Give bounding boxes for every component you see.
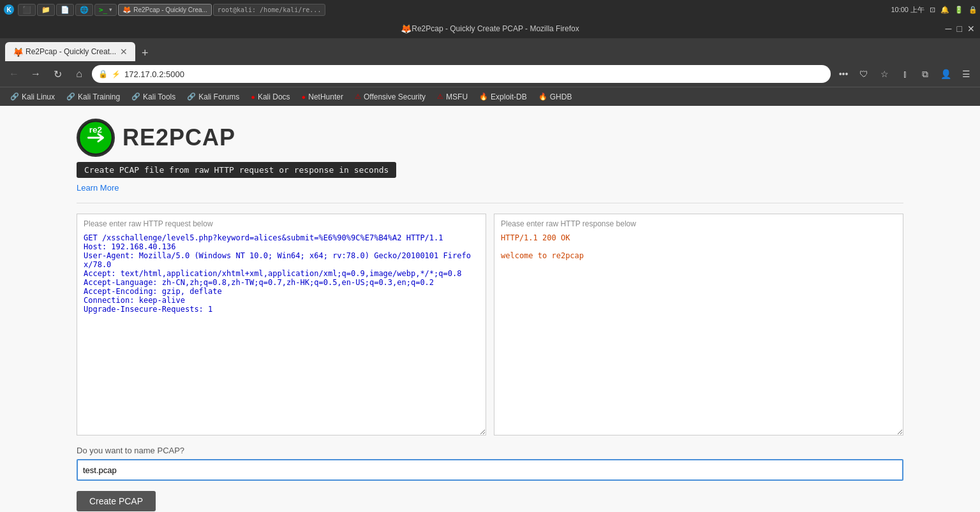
divider: [77, 203, 903, 203]
svg-text:re2: re2: [89, 125, 102, 135]
bookmark-star-button[interactable]: ☆: [875, 65, 893, 83]
profile-button[interactable]: 👤: [937, 65, 954, 83]
nav-bar: ← → ↻ ⌂ 🔒 ⚡ ••• 🛡 ☆ ⫿ ⧉ 👤 ☰: [0, 61, 980, 87]
request-textarea[interactable]: GET /xsschallenge/level5.php?keyword=ali…: [77, 231, 486, 435]
response-box: Please enter raw HTTP response below HTT…: [494, 214, 903, 435]
more-options-button[interactable]: •••: [835, 65, 852, 83]
kali-tools-favicon: 🔗: [131, 92, 140, 101]
library-button[interactable]: ⫿: [896, 65, 914, 83]
nav-bar-right: ••• 🛡 ☆ ⫿ ⧉ 👤 ☰: [835, 65, 975, 83]
new-tab-button[interactable]: +: [137, 47, 154, 60]
bookmarks-bar: 🔗 Kali Linux 🔗 Kali Training 🔗 Kali Tool…: [0, 87, 980, 106]
bookmark-nethunter-label: NetHunter: [308, 92, 343, 101]
taskbar-network-icon[interactable]: 🌐: [75, 4, 93, 16]
tab-label: Re2Pcap - Quickly Creat...: [26, 47, 116, 56]
app-title-re2: RE2: [122, 124, 169, 150]
taskbar-monitor-icon: ⊡: [930, 6, 935, 14]
app-title-pcap: PCAP: [169, 124, 235, 150]
page-content: re2 RE2PCAP Create PCAP file from raw HT…: [0, 106, 980, 512]
bookmark-msfu[interactable]: ⚠ MSFU: [432, 91, 473, 103]
bookmark-exploit-db[interactable]: 🔥 Exploit-DB: [474, 91, 532, 103]
firefox-logo-title: 🦊: [401, 24, 412, 34]
bookmark-nethunter[interactable]: ● NetHunter: [297, 91, 348, 103]
bookmark-kali-forums[interactable]: 🔗 Kali Forums: [182, 91, 244, 103]
pcap-name-label: Do you want to name PCAP?: [77, 446, 903, 455]
home-button[interactable]: ⌂: [70, 65, 88, 83]
taskbar-firefox-icon[interactable]: 🦊 Re2Pcap - Quickly Crea...: [118, 4, 212, 16]
taskbar-audio-icon: 🔔: [940, 6, 949, 14]
pcap-name-input[interactable]: [77, 459, 903, 481]
app-title-block: RE2PCAP: [122, 124, 235, 151]
forward-button[interactable]: →: [27, 65, 45, 83]
address-bar: 🔒 ⚡: [92, 65, 831, 83]
bookmark-kali-linux-label: Kali Linux: [22, 92, 55, 101]
taskbar-text-icon[interactable]: 📄: [56, 4, 74, 16]
request-box: Please enter raw HTTP request below GET …: [77, 214, 486, 435]
kali-forums-favicon: 🔗: [187, 92, 196, 101]
maximize-button[interactable]: □: [957, 24, 962, 34]
offensive-security-favicon: ⚠: [355, 92, 361, 101]
bookmark-kali-forums-label: Kali Forums: [198, 92, 239, 101]
bookmark-kali-tools-label: Kali Tools: [143, 92, 175, 101]
create-pcap-button[interactable]: Create PCAP: [77, 491, 156, 511]
request-label: Please enter raw HTTP request below: [77, 214, 486, 231]
tab-close-button[interactable]: ✕: [120, 47, 128, 57]
tab-firefox-favicon: 🦊: [13, 47, 22, 56]
browser-chrome: 🦊 Re2Pcap - Quickly Create PCAP - Mozill…: [0, 19, 980, 106]
app-subtitle: Create PCAP file from raw HTTP request o…: [77, 162, 396, 178]
lock-icon: 🔒: [98, 69, 108, 78]
textareas-row: Please enter raw HTTP request below GET …: [77, 214, 903, 435]
msfu-favicon: ⚠: [437, 92, 443, 101]
taskbar-apps: ⬛ 📁 📄 🌐 >_ ▾ 🦊 Re2Pcap - Quickly Crea...…: [18, 4, 325, 16]
taskbar-terminal-dropdown[interactable]: >_ ▾: [94, 4, 117, 16]
nethunter-favicon: ●: [302, 93, 306, 101]
kali-linux-favicon: 🔗: [10, 92, 19, 101]
bookmark-ghdb-label: GHDB: [550, 92, 572, 101]
close-button[interactable]: ✕: [967, 24, 975, 34]
exploit-db-favicon: 🔥: [479, 92, 488, 101]
bookmark-ghdb[interactable]: 🔥 GHDB: [533, 91, 577, 103]
pcap-name-section: Do you want to name PCAP?: [77, 446, 903, 481]
shield-button[interactable]: 🛡: [855, 65, 873, 83]
bookmark-offensive-security[interactable]: ⚠ Offensive Security: [350, 91, 431, 103]
tab-manager-button[interactable]: ⧉: [916, 65, 934, 83]
response-textarea[interactable]: HTTP/1.1 200 OK welcome to re2pcap: [494, 231, 903, 435]
app-header: re2 RE2PCAP: [77, 119, 903, 157]
window-controls: ─ □ ✕: [946, 24, 975, 34]
reload-button[interactable]: ↻: [48, 65, 66, 83]
svg-text:K: K: [6, 6, 11, 13]
taskbar-lock-icon: 🔒: [969, 6, 977, 14]
back-button[interactable]: ←: [5, 65, 23, 83]
bookmark-msfu-label: MSFU: [446, 92, 468, 101]
minimize-button[interactable]: ─: [946, 24, 952, 34]
bookmark-kali-training-label: Kali Training: [78, 92, 120, 101]
tabs-bar: 🦊 Re2Pcap - Quickly Creat... ✕ +: [0, 38, 980, 61]
kali-icon[interactable]: K: [3, 3, 15, 16]
bookmark-exploit-db-label: Exploit-DB: [491, 92, 527, 101]
bookmark-kali-training[interactable]: 🔗 Kali Training: [61, 91, 125, 103]
bookmark-kali-docs-label: Kali Docs: [258, 92, 290, 101]
os-taskbar: K ⬛ 📁 📄 🌐 >_ ▾ 🦊 Re2Pcap - Quickly Crea.…: [0, 0, 980, 19]
response-label: Please enter raw HTTP response below: [494, 214, 903, 231]
bookmark-kali-linux[interactable]: 🔗 Kali Linux: [5, 91, 60, 103]
taskbar-time: 10:00 上午: [891, 5, 924, 15]
address-input[interactable]: [124, 69, 824, 79]
title-bar: 🦊 Re2Pcap - Quickly Create PCAP - Mozill…: [0, 19, 980, 38]
app-logo: re2: [77, 119, 115, 157]
taskbar-battery-icon: 🔋: [954, 6, 963, 14]
taskbar-files-icon[interactable]: ⬛: [18, 4, 36, 16]
menu-button[interactable]: ☰: [957, 65, 975, 83]
kali-training-favicon: 🔗: [66, 92, 75, 101]
address-icon: ⚡: [112, 70, 121, 78]
ghdb-favicon: 🔥: [538, 92, 547, 101]
bookmark-kali-docs[interactable]: ● Kali Docs: [246, 91, 295, 103]
taskbar-right: 10:00 上午 ⊡ 🔔 🔋 🔒: [891, 5, 977, 15]
bookmark-kali-tools[interactable]: 🔗 Kali Tools: [126, 91, 181, 103]
taskbar-terminal-icon[interactable]: root@kali: /home/kali/re...: [213, 4, 326, 16]
learn-more-link[interactable]: Learn More: [77, 183, 119, 193]
active-tab[interactable]: 🦊 Re2Pcap - Quickly Creat... ✕: [5, 42, 135, 61]
browser-title: Re2Pcap - Quickly Create PCAP - Mozilla …: [412, 24, 579, 33]
app-title: RE2PCAP: [122, 124, 235, 151]
taskbar-folder-icon[interactable]: 📁: [37, 4, 55, 16]
bookmark-offensive-security-label: Offensive Security: [364, 92, 426, 101]
